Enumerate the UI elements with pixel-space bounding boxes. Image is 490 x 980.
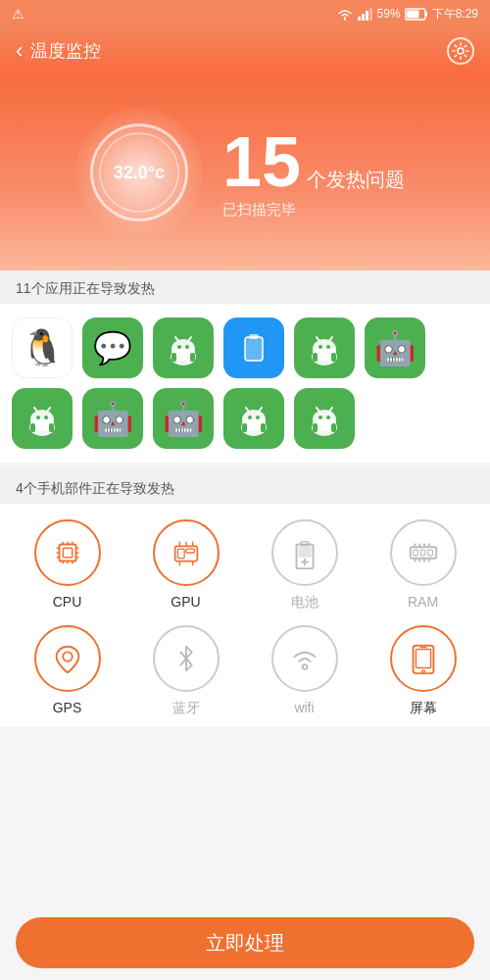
bluetooth-label: 蓝牙 xyxy=(172,700,200,717)
svg-point-97 xyxy=(302,664,307,669)
problem-count: 15 xyxy=(222,126,301,197)
temp-display: 32.0°c xyxy=(85,119,193,226)
status-bar: ⚠ 59% 下午8:29 xyxy=(0,0,490,27)
cpu-circle xyxy=(34,519,101,586)
android-icon xyxy=(306,329,343,367)
svg-line-15 xyxy=(175,337,178,341)
svg-line-27 xyxy=(329,337,332,341)
hw-item-gpu[interactable]: GPU xyxy=(126,519,245,612)
android-icon xyxy=(235,329,272,367)
svg-rect-17 xyxy=(172,353,176,362)
svg-rect-57 xyxy=(59,544,75,561)
svg-rect-18 xyxy=(190,353,195,362)
svg-rect-47 xyxy=(261,423,266,432)
gpu-circle xyxy=(153,519,220,586)
android-icon xyxy=(306,400,343,437)
svg-rect-93 xyxy=(413,550,417,556)
svg-rect-72 xyxy=(177,549,184,558)
header: ‹ 温度监控 xyxy=(0,27,490,74)
apps-section-label: 11个应用正在导致发热 xyxy=(0,270,490,304)
hero-info: 15 个发热问题 已扫描完毕 xyxy=(222,126,405,220)
list-item[interactable]: 💬 xyxy=(82,318,143,378)
status-time: 下午8:29 xyxy=(432,6,478,23)
status-icons: 59% 下午8:29 xyxy=(336,6,478,23)
svg-rect-29 xyxy=(331,353,336,362)
svg-point-34 xyxy=(44,416,48,419)
svg-rect-37 xyxy=(30,423,35,432)
svg-rect-81 xyxy=(298,546,311,557)
list-item[interactable] xyxy=(294,318,355,378)
battery-label: 电池 xyxy=(291,594,318,612)
svg-point-43 xyxy=(256,416,260,419)
list-item[interactable] xyxy=(153,318,214,378)
svg-rect-58 xyxy=(63,548,72,557)
action-bar: 立即处理 xyxy=(0,906,490,980)
svg-rect-2 xyxy=(366,11,368,21)
android-icon xyxy=(165,329,202,367)
settings-button[interactable] xyxy=(447,37,474,65)
gpu-label: GPU xyxy=(171,594,200,610)
bluetooth-circle xyxy=(153,625,220,692)
list-item[interactable]: 🤖 xyxy=(82,388,143,449)
screen-icon xyxy=(406,641,441,676)
signal-icon xyxy=(358,7,373,21)
action-button[interactable]: 立即处理 xyxy=(16,917,474,968)
svg-rect-38 xyxy=(49,423,54,432)
gps-circle xyxy=(34,625,101,692)
svg-line-44 xyxy=(246,408,249,412)
hw-grid: CPU GPU xyxy=(8,519,482,717)
battery-circle xyxy=(271,519,338,586)
wifi-status-icon xyxy=(336,7,354,21)
hw-item-gps[interactable]: GPS xyxy=(8,625,126,717)
svg-point-51 xyxy=(318,416,322,419)
back-button[interactable]: ‹ xyxy=(16,38,23,64)
svg-line-54 xyxy=(329,408,332,412)
wifi-circle xyxy=(271,625,338,692)
list-item[interactable] xyxy=(12,388,73,449)
cpu-icon xyxy=(50,535,85,570)
svg-rect-1 xyxy=(362,14,365,21)
svg-point-14 xyxy=(185,345,189,349)
hw-item-battery[interactable]: 电池 xyxy=(245,519,364,612)
ram-icon xyxy=(406,535,441,570)
list-item[interactable]: 🤖 xyxy=(153,388,214,449)
hw-item-bluetooth[interactable]: 蓝牙 xyxy=(126,625,245,717)
list-item[interactable]: 🐧 xyxy=(12,318,73,378)
hw-item-wifi[interactable]: wifi xyxy=(245,625,364,717)
screen-circle xyxy=(390,625,457,692)
list-item[interactable]: 🤖 xyxy=(365,318,425,378)
hw-item-screen[interactable]: 屏幕 xyxy=(364,625,482,717)
svg-rect-19 xyxy=(245,337,263,361)
gps-label: GPS xyxy=(53,700,82,715)
hw-card: CPU GPU xyxy=(0,504,490,727)
wifi-hw-icon xyxy=(287,641,322,676)
svg-point-13 xyxy=(177,345,181,349)
list-item[interactable] xyxy=(294,388,355,449)
svg-rect-6 xyxy=(406,10,418,18)
svg-rect-94 xyxy=(420,550,425,556)
list-item[interactable] xyxy=(223,318,284,378)
svg-line-45 xyxy=(259,408,262,412)
screen-label: 屏幕 xyxy=(410,700,437,717)
hw-item-cpu[interactable]: CPU xyxy=(8,519,126,612)
svg-point-33 xyxy=(36,416,40,419)
hw-item-ram[interactable]: RAM xyxy=(364,519,482,612)
svg-line-35 xyxy=(34,408,37,412)
problem-desc: 个发热问题 xyxy=(307,167,405,193)
apps-card: 🐧 💬 xyxy=(0,304,490,463)
svg-rect-95 xyxy=(427,550,432,556)
svg-point-7 xyxy=(458,48,464,54)
svg-point-100 xyxy=(421,670,424,673)
svg-rect-3 xyxy=(369,8,372,21)
cpu-label: CPU xyxy=(53,594,82,610)
wifi-label: wifi xyxy=(294,700,314,715)
scan-status: 已扫描完毕 xyxy=(222,201,296,220)
battery-percent: 59% xyxy=(377,7,401,21)
svg-point-96 xyxy=(63,652,72,661)
apps-grid: 🐧 💬 xyxy=(12,318,478,449)
page-title: 温度监控 xyxy=(30,39,101,63)
battery-icon xyxy=(405,8,428,21)
svg-point-24 xyxy=(318,345,322,349)
list-item[interactable] xyxy=(223,388,284,449)
svg-rect-99 xyxy=(416,650,430,668)
